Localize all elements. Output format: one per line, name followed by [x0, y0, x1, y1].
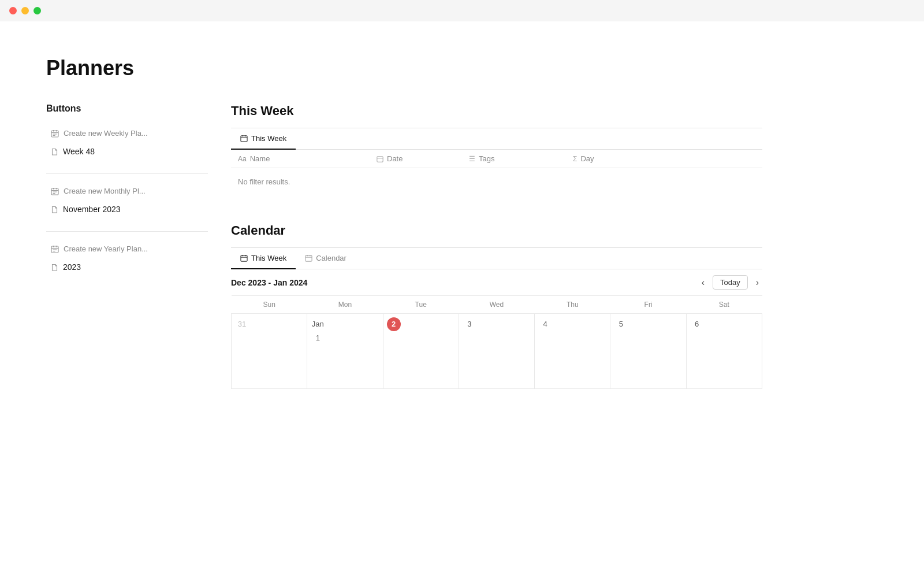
col-date: Date [370, 154, 462, 163]
calendar-tab-calendar-icon [305, 254, 312, 262]
right-panel: This Week This Week [231, 103, 762, 417]
buttons-section-title: Buttons [46, 103, 208, 114]
close-button[interactable] [9, 7, 17, 14]
col-tags-label: Tags [479, 154, 494, 163]
next-button[interactable]: › [752, 276, 762, 289]
col-day-icon: Σ [573, 155, 577, 163]
year-2023-label: 2023 [63, 262, 81, 272]
this-week-tab-bar: This Week [231, 128, 762, 150]
tab-calendar-calendar[interactable]: Calendar [296, 248, 356, 269]
divider-2 [46, 231, 208, 232]
calendar-cell-5[interactable]: 5 [610, 314, 686, 389]
calendar-icon [51, 129, 59, 138]
calendar-nav-controls: ‹ Today › [698, 275, 762, 290]
tab-calendar-this-week[interactable]: This Week [231, 248, 296, 269]
col-day-label: Day [580, 154, 594, 163]
today-button[interactable]: Today [713, 275, 748, 290]
this-week-title: This Week [231, 103, 762, 118]
week-48-label: Week 48 [63, 147, 95, 156]
col-wed: Wed [459, 296, 534, 314]
day-number-4: 4 [538, 317, 552, 331]
create-yearly-label: Create new Yearly Plan... [64, 244, 148, 253]
create-yearly-button[interactable]: Create new Yearly Plan... [46, 241, 208, 257]
tab-calendar-this-week-label: This Week [251, 254, 286, 262]
day-number-jan1: Jan 1 [311, 317, 325, 331]
create-monthly-label: Create new Monthly Pl... [64, 187, 146, 195]
this-week-section: This Week This Week [231, 103, 762, 195]
day-number-2: 2 [387, 317, 401, 331]
col-thu: Thu [535, 296, 610, 314]
calendar-icon-yearly [51, 245, 59, 253]
week-48-item[interactable]: Week 48 [46, 143, 208, 160]
calendar-tbody: 31 Jan 1 2 3 4 [232, 314, 762, 389]
create-weekly-label: Create new Weekly Pla... [64, 129, 148, 138]
col-day: Σ Day [566, 154, 635, 163]
col-sat: Sat [686, 296, 762, 314]
create-weekly-button[interactable]: Create new Weekly Pla... [46, 125, 208, 141]
calendar-range: Dec 2023 - Jan 2024 [231, 278, 307, 287]
col-mon: Mon [307, 296, 383, 314]
calendar-thead: Sun Mon Tue Wed Thu Fri Sat [232, 296, 762, 314]
calendar-cell-3[interactable]: 3 [459, 314, 534, 389]
date-col-icon [377, 155, 383, 162]
tab-calendar-calendar-label: Calendar [316, 254, 346, 262]
titlebar [0, 0, 924, 21]
weekly-group: Create new Weekly Pla... Week 48 [46, 125, 208, 160]
page-title: Planners [46, 56, 762, 80]
day-number-6: 6 [690, 317, 704, 331]
col-tue: Tue [383, 296, 459, 314]
no-results-message: No filter results. [231, 168, 762, 195]
prev-button[interactable]: ‹ [698, 276, 708, 289]
col-name-label: Name [250, 154, 270, 163]
tab-this-week[interactable]: This Week [231, 128, 296, 150]
calendar-title: Calendar [231, 223, 762, 238]
day-number-5: 5 [614, 317, 628, 331]
create-monthly-button[interactable]: Create new Monthly Pl... [46, 183, 208, 199]
document-icon-yearly [51, 264, 58, 271]
day-number-3: 3 [463, 317, 476, 331]
calendar-cell-31[interactable]: 31 [232, 314, 307, 389]
col-tags: ☰ Tags [462, 154, 566, 163]
calendar-section: Calendar This Week [231, 223, 762, 389]
table-row: 31 Jan 1 2 3 4 [232, 314, 762, 389]
col-date-label: Date [387, 154, 403, 163]
col-tags-icon: ☰ [469, 155, 475, 163]
calendar-grid: Sun Mon Tue Wed Thu Fri Sat 31 [231, 295, 762, 389]
svg-rect-24 [241, 255, 247, 261]
calendar-tab-this-week-icon [240, 254, 248, 262]
calendar-cell-4[interactable]: 4 [535, 314, 610, 389]
calendar-cell-jan1[interactable]: Jan 1 [307, 314, 383, 389]
calendar-nav: Dec 2023 - Jan 2024 ‹ Today › [231, 269, 762, 295]
calendar-tab-icon [240, 135, 248, 142]
yearly-group: Create new Yearly Plan... 2023 [46, 241, 208, 275]
divider-1 [46, 173, 208, 174]
calendar-cell-2[interactable]: 2 [383, 314, 459, 389]
monthly-group: Create new Monthly Pl... November 2023 [46, 183, 208, 217]
tab-this-week-label: This Week [251, 134, 286, 143]
minimize-button[interactable] [21, 7, 29, 14]
calendar-tab-bar: This Week Calendar [231, 248, 762, 269]
col-name: Aa Name [231, 154, 370, 163]
maximize-button[interactable] [33, 7, 41, 14]
main-layout: Buttons Create new Weekly Pla... [46, 103, 762, 417]
calendar-cell-6[interactable]: 6 [686, 314, 762, 389]
col-name-icon: Aa [238, 155, 247, 163]
document-icon-monthly [51, 206, 58, 213]
november-2023-label: November 2023 [63, 205, 121, 214]
year-2023-item[interactable]: 2023 [46, 259, 208, 275]
page-content: Planners Buttons Create new Weekly Pla..… [0, 21, 808, 440]
november-2023-item[interactable]: November 2023 [46, 201, 208, 217]
svg-rect-28 [305, 255, 312, 261]
svg-rect-18 [241, 136, 247, 142]
col-fri: Fri [610, 296, 686, 314]
left-panel: Buttons Create new Weekly Pla... [46, 103, 208, 417]
table-header: Aa Name Date ☰ Tags [231, 150, 762, 168]
calendar-icon-monthly [51, 187, 59, 195]
svg-rect-22 [377, 156, 383, 161]
day-number-31: 31 [235, 317, 249, 331]
calendar-header-row: Sun Mon Tue Wed Thu Fri Sat [232, 296, 762, 314]
col-sun: Sun [232, 296, 307, 314]
document-icon [51, 148, 58, 155]
